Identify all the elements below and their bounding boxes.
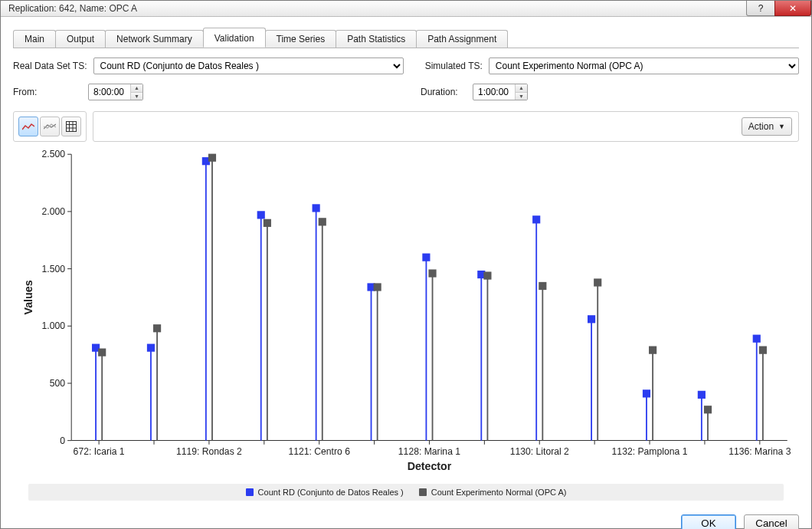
close-icon: ✕ [789,4,797,13]
svg-text:1130: Litoral 2: 1130: Litoral 2 [510,446,569,457]
window-title: Replication: 642, Name: OPC A [8,3,747,14]
from-spin-down[interactable]: ▼ [131,93,142,100]
multi-line-chart-button[interactable] [40,117,60,136]
svg-rect-88 [704,406,712,413]
from-time-input[interactable]: ▲ ▼ [88,84,143,100]
tab-pathasg[interactable]: Path Assignment [416,30,508,48]
action-label: Action [748,121,774,132]
svg-rect-60 [319,218,326,225]
svg-rect-80 [594,278,601,286]
ok-button[interactable]: OK [681,514,736,529]
titlebar-buttons: ? ✕ [747,1,811,16]
svg-rect-76 [539,282,546,290]
svg-text:1.000: 1.000 [42,320,66,331]
real-ts-label: Real Data Set TS: [13,61,87,71]
legend-label-real: Count RD (Conjunto de Datos Reales ) [258,488,404,497]
close-button[interactable]: ✕ [774,1,811,16]
svg-rect-44 [98,348,106,356]
svg-rect-0 [67,122,77,132]
duration-label: Duration: [421,87,467,97]
svg-text:1121: Centro 6: 1121: Centro 6 [288,446,350,457]
chart-svg: 05001.0001.5002.0002.500Values672: Icari… [13,146,799,476]
from-spin-up[interactable]: ▲ [131,84,142,93]
svg-rect-64 [374,283,381,291]
svg-rect-46 [147,344,155,352]
svg-text:0: 0 [60,435,65,446]
tab-netsum[interactable]: Network Summary [105,30,204,48]
svg-rect-66 [422,254,430,261]
cancel-button[interactable]: Cancel [744,514,799,529]
svg-rect-48 [153,324,161,332]
table-view-button[interactable] [61,117,81,136]
svg-text:1132: Pamplona 1: 1132: Pamplona 1 [612,446,688,457]
svg-rect-72 [483,271,491,279]
action-strip: Action ▼ [93,111,799,142]
real-ts-select[interactable]: Count RD (Conjunto de Datos Reales ) [93,58,404,74]
sim-ts-select[interactable]: Count Experimento Normal (OPC A) [489,58,799,74]
legend-item-real: Count RD (Conjunto de Datos Reales ) [246,488,404,497]
chart-view-toggle-group [13,111,87,142]
svg-text:2.500: 2.500 [42,149,66,159]
dialog-window: Replication: 642, Name: OPC A ? ✕ MainOu… [0,0,812,529]
svg-rect-74 [532,215,540,223]
svg-rect-68 [428,269,436,277]
chevron-down-icon: ▼ [778,123,785,130]
svg-text:Detector: Detector [408,460,452,472]
duration-spin-up[interactable]: ▲ [516,84,527,93]
legend-label-sim: Count Experimento Normal (OPC A) [431,488,567,497]
tab-main[interactable]: Main [13,30,56,48]
svg-text:1128: Marina 1: 1128: Marina 1 [398,446,460,457]
svg-text:1136: Marina 3: 1136: Marina 3 [729,446,791,457]
titlebar: Replication: 642, Name: OPC A ? ✕ [1,1,811,17]
legend-swatch-grey [419,488,427,496]
svg-text:2.000: 2.000 [42,206,66,217]
help-button[interactable]: ? [746,1,775,16]
tab-timeser[interactable]: Time Series [265,30,337,48]
duration-spinner: ▲ ▼ [515,84,527,100]
row-series-selects: Real Data Set TS: Count RD (Conjunto de … [13,58,799,74]
grid-icon [66,121,77,132]
from-label: From: [13,87,82,97]
tabstrip: MainOutputNetwork SummaryValidationTime … [13,28,799,48]
tab-valid[interactable]: Validation [203,28,266,48]
line-chart-button[interactable] [18,117,38,136]
duration-time-input[interactable]: ▲ ▼ [473,84,528,100]
svg-text:1119: Rondas 2: 1119: Rondas 2 [176,446,242,457]
chart-area: 05001.0001.5002.0002.500Values672: Icari… [13,146,799,476]
svg-rect-84 [649,347,656,354]
legend-item-sim: Count Experimento Normal (OPC A) [419,488,567,497]
svg-rect-58 [313,204,320,212]
duration-spin-down[interactable]: ▼ [516,93,527,100]
svg-rect-54 [257,211,265,219]
line-chart-icon [22,123,34,130]
legend: Count RD (Conjunto de Datos Reales ) Cou… [28,484,784,501]
help-icon: ? [758,4,764,13]
from-spinner: ▲ ▼ [130,84,142,100]
sim-ts-label: Simulated TS: [425,61,483,71]
svg-rect-90 [753,335,761,343]
svg-rect-56 [264,219,271,227]
duration-time-field[interactable] [476,86,515,98]
tab-pathstat[interactable]: Path Statistics [336,30,417,48]
dialog-footer: OK Cancel [1,508,811,529]
content-area: MainOutputNetwork SummaryValidationTime … [1,17,811,508]
svg-text:672: Icaria 1: 672: Icaria 1 [74,446,125,457]
row-time-controls: From: ▲ ▼ Duration: ▲ ▼ [13,84,799,100]
svg-rect-82 [643,389,650,397]
tab-output[interactable]: Output [55,30,106,48]
toolbar-row: Action ▼ [13,111,799,142]
svg-rect-52 [208,154,216,162]
multi-line-chart-icon [44,123,56,130]
svg-rect-86 [698,391,706,399]
from-time-field[interactable] [92,86,130,98]
svg-text:1.500: 1.500 [42,264,66,274]
svg-rect-92 [759,347,767,354]
svg-text:Values: Values [22,280,34,314]
action-button[interactable]: Action ▼ [742,117,792,136]
svg-text:500: 500 [50,378,66,389]
svg-rect-78 [588,315,595,323]
legend-swatch-blue [246,488,254,496]
